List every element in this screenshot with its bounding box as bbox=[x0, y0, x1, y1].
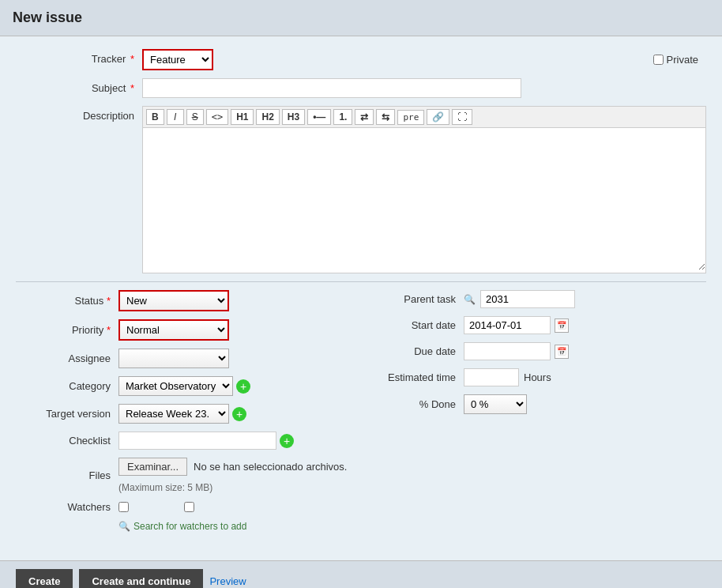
no-file-text: No se han seleccionado archivos. bbox=[194, 461, 347, 473]
priority-row: Priority * Low Normal High Urgent Immedi… bbox=[16, 319, 353, 341]
description-row: Description B I S <> H1 H2 H3 •— 1. ⇄ bbox=[16, 106, 706, 273]
toolbar-h2[interactable]: H2 bbox=[256, 109, 279, 125]
toolbar-pre[interactable]: pre bbox=[397, 110, 424, 125]
private-label: Private bbox=[667, 54, 698, 66]
status-row: Status * New In Progress Resolved Closed… bbox=[16, 290, 353, 311]
page-title: New issue bbox=[13, 9, 709, 26]
toolbar-ul[interactable]: •— bbox=[307, 109, 331, 125]
watchers-control bbox=[118, 502, 194, 512]
toolbar-h1[interactable]: H1 bbox=[231, 109, 254, 125]
fields-area: Status * New In Progress Resolved Closed… bbox=[16, 290, 706, 540]
start-date-calendar-button[interactable]: 📅 bbox=[554, 318, 570, 334]
form-footer: Create Create and continue Preview bbox=[0, 560, 722, 588]
max-size-text: (Maximum size: 5 MB) bbox=[118, 482, 212, 493]
toolbar-align-left[interactable]: ⇄ bbox=[355, 109, 374, 125]
watchers-label: Watchers bbox=[16, 501, 118, 513]
description-textarea[interactable] bbox=[143, 128, 705, 270]
start-date-row: Start date 📅 bbox=[369, 316, 706, 334]
add-version-button[interactable]: + bbox=[232, 407, 246, 421]
private-checkbox[interactable] bbox=[653, 55, 664, 65]
toolbar-image[interactable]: ⛶ bbox=[452, 109, 472, 125]
checklist-input[interactable] bbox=[118, 432, 276, 450]
parent-task-label: Parent task bbox=[369, 293, 464, 305]
version-select[interactable]: Release Week 23. Release Week 24. bbox=[118, 404, 229, 424]
toolbar-link[interactable]: 🔗 bbox=[427, 109, 449, 125]
private-checkbox-wrapper: Private bbox=[653, 54, 698, 66]
tracker-select[interactable]: Bug Feature Support bbox=[142, 49, 213, 70]
tracker-select-wrapper: Bug Feature Support bbox=[142, 49, 213, 70]
status-control: New In Progress Resolved Closed Rejected bbox=[118, 290, 229, 311]
assignee-select[interactable] bbox=[118, 349, 229, 368]
fields-right: Parent task 🔍 Start date 📅 bbox=[353, 290, 706, 540]
status-select[interactable]: New In Progress Resolved Closed Rejected bbox=[118, 290, 229, 311]
description-label: Description bbox=[16, 106, 142, 122]
priority-control: Low Normal High Urgent Immediate bbox=[118, 319, 229, 341]
toolbar-code[interactable]: <> bbox=[206, 109, 228, 125]
start-date-control: 📅 bbox=[464, 316, 570, 334]
toolbar-italic[interactable]: I bbox=[167, 109, 184, 125]
create-button[interactable]: Create bbox=[16, 569, 73, 588]
category-label: Category bbox=[16, 380, 118, 392]
due-date-input[interactable] bbox=[464, 342, 551, 360]
editor-toolbar: B I S <> H1 H2 H3 •— 1. ⇄ ⇆ pre 🔗 ⛶ bbox=[143, 107, 705, 128]
target-version-label: Target version bbox=[16, 408, 118, 420]
checklist-row: Checklist + bbox=[16, 432, 353, 450]
checklist-label: Checklist bbox=[16, 435, 118, 447]
priority-select[interactable]: Low Normal High Urgent Immediate bbox=[118, 319, 229, 341]
due-date-label: Due date bbox=[369, 345, 464, 357]
tracker-field: Bug Feature Support Private bbox=[142, 49, 706, 70]
search-watchers-link[interactable]: 🔍 Search for watchers to add bbox=[118, 521, 246, 532]
toolbar-align-right[interactable]: ⇆ bbox=[376, 109, 395, 125]
preview-button[interactable]: Preview bbox=[209, 575, 246, 587]
start-date-label: Start date bbox=[369, 319, 464, 331]
search-watchers-row: 🔍 Search for watchers to add bbox=[16, 521, 353, 532]
start-date-input[interactable] bbox=[464, 316, 551, 334]
search-icon: 🔍 bbox=[118, 521, 130, 532]
due-date-row: Due date 📅 bbox=[369, 342, 706, 360]
parent-task-input[interactable] bbox=[480, 290, 575, 308]
files-control: Examinar... No se han seleccionado archi… bbox=[118, 458, 353, 493]
watchers-checkboxes bbox=[118, 502, 194, 512]
subject-label: Subject * bbox=[16, 78, 142, 94]
toolbar-ol[interactable]: 1. bbox=[333, 109, 352, 125]
subject-input[interactable] bbox=[142, 78, 521, 98]
fields-left: Status * New In Progress Resolved Closed… bbox=[16, 290, 353, 540]
due-date-control: 📅 bbox=[464, 342, 570, 360]
description-field: B I S <> H1 H2 H3 •— 1. ⇄ ⇆ pre 🔗 ⛶ bbox=[142, 106, 706, 273]
subject-row: Subject * bbox=[16, 78, 706, 98]
assignee-label: Assignee bbox=[16, 352, 118, 364]
watcher-checkbox-2[interactable] bbox=[184, 502, 194, 512]
due-date-calendar-button[interactable]: 📅 bbox=[554, 344, 570, 360]
add-category-button[interactable]: + bbox=[236, 379, 250, 394]
hours-input[interactable] bbox=[464, 368, 519, 386]
tracker-row: Tracker * Bug Feature Support Private bbox=[16, 49, 706, 70]
watcher-checkbox-1[interactable] bbox=[118, 502, 129, 512]
files-row: Files Examinar... No se han seleccionado… bbox=[16, 458, 353, 493]
assignee-control bbox=[118, 349, 229, 368]
parent-task-search-icon: 🔍 bbox=[464, 294, 476, 305]
browse-button[interactable]: Examinar... bbox=[118, 458, 187, 476]
status-label: Status * bbox=[16, 295, 118, 307]
calendar-icon-start: 📅 bbox=[555, 318, 569, 333]
toolbar-strike[interactable]: S bbox=[186, 109, 204, 125]
toolbar-bold[interactable]: B bbox=[146, 109, 164, 125]
add-checklist-button[interactable]: + bbox=[280, 434, 294, 448]
hours-label: Hours bbox=[524, 371, 551, 383]
percent-done-row: % Done 0 % 10 % 20 % 30 % 40 % 50 % 60 %… bbox=[369, 394, 706, 414]
percent-done-select[interactable]: 0 % 10 % 20 % 30 % 40 % 50 % 60 % 70 % 8… bbox=[464, 394, 527, 414]
page-wrapper: New issue Tracker * Bug Feature Support … bbox=[0, 0, 722, 588]
watchers-row: Watchers bbox=[16, 501, 353, 513]
target-version-control: Release Week 23. Release Week 24. + bbox=[118, 404, 246, 424]
checklist-control: + bbox=[118, 432, 294, 450]
parent-task-row: Parent task 🔍 bbox=[369, 290, 706, 308]
separator-1 bbox=[16, 281, 706, 282]
estimated-time-label: Estimated time bbox=[369, 371, 464, 383]
priority-label: Priority * bbox=[16, 324, 118, 336]
files-label: Files bbox=[16, 469, 118, 481]
estimated-time-control: Hours bbox=[464, 368, 551, 386]
assignee-row: Assignee bbox=[16, 349, 353, 368]
target-version-row: Target version Release Week 23. Release … bbox=[16, 404, 353, 424]
create-and-continue-button[interactable]: Create and continue bbox=[79, 569, 203, 588]
category-select[interactable]: Market Observatory Other bbox=[118, 376, 233, 396]
toolbar-h3[interactable]: H3 bbox=[282, 109, 305, 125]
